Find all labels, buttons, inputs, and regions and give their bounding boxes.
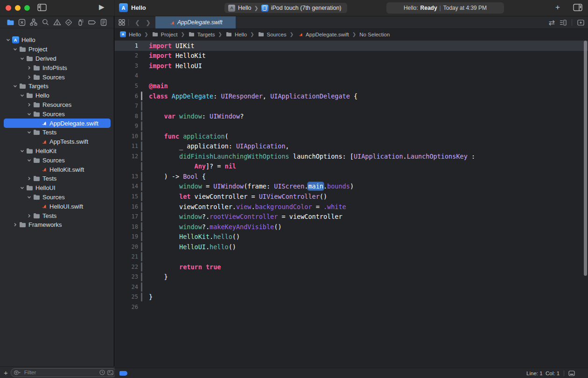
tree-item-hello[interactable]: AHello <box>0 35 114 45</box>
close-window-button[interactable] <box>6 5 11 11</box>
chevron-right-icon[interactable] <box>26 75 32 79</box>
line-number[interactable]: 19 <box>115 233 138 240</box>
line-number[interactable]: 14 <box>115 183 138 189</box>
line-number[interactable]: 9 <box>115 123 138 129</box>
line-number[interactable]: 23 <box>115 273 138 280</box>
debug-navigator-icon[interactable] <box>76 18 85 27</box>
line-number[interactable]: 18 <box>115 224 138 230</box>
code-line-6[interactable]: 6class AppDelegate: UIResponder, UIAppli… <box>115 91 588 101</box>
tree-item-tests[interactable]: Tests <box>0 128 114 137</box>
tree-item-tests[interactable]: Tests <box>0 174 114 183</box>
issues-navigator-icon[interactable] <box>52 18 62 27</box>
line-number[interactable]: 17 <box>115 213 138 220</box>
line-number[interactable]: 3 <box>115 63 138 69</box>
chevron-down-icon[interactable] <box>26 112 32 116</box>
editor-options-icon[interactable] <box>560 20 567 26</box>
scheme-destination-label[interactable]: iPod touch (7th generation) <box>271 5 342 11</box>
add-item-button[interactable]: + <box>4 369 8 377</box>
code-line-24[interactable]: 24 <box>115 282 588 292</box>
code-line-8[interactable]: 8 var window: UIWindow? <box>115 111 588 121</box>
symbols-navigator-icon[interactable] <box>29 18 38 27</box>
chevron-down-icon[interactable] <box>19 93 25 98</box>
tree-item-sources[interactable]: Sources <box>0 109 114 119</box>
breadcrumb-no-selection[interactable]: No Selection <box>359 32 390 37</box>
chevron-down-icon[interactable] <box>26 195 32 199</box>
tree-item-apptests-swift[interactable]: AppTests.swift <box>0 137 114 147</box>
line-number[interactable]: 6 <box>115 93 138 99</box>
line-number[interactable]: 1 <box>115 42 138 49</box>
code-line-21[interactable]: 21 <box>115 252 588 262</box>
run-button[interactable]: ▶ <box>99 3 105 11</box>
line-number[interactable]: 20 <box>115 244 138 250</box>
tab-appdelegate[interactable]: AppDelegate.swift <box>155 16 236 28</box>
add-editor-icon[interactable] <box>577 20 584 26</box>
code-line-7[interactable]: 7 <box>115 101 588 111</box>
source-control-navigator-icon[interactable] <box>17 18 27 27</box>
chevron-down-icon[interactable] <box>19 56 25 61</box>
chevron-right-icon[interactable] <box>12 223 18 227</box>
tree-item-helloui-swift[interactable]: HelloUI.swift <box>0 202 114 211</box>
chevron-right-icon[interactable] <box>26 214 32 218</box>
reports-navigator-icon[interactable] <box>99 18 108 27</box>
line-number[interactable]: 26 <box>115 304 138 310</box>
chevron-down-icon[interactable] <box>19 186 25 190</box>
line-number[interactable]: 25 <box>115 294 138 300</box>
chevron-right-icon[interactable] <box>26 176 32 181</box>
code-line-9[interactable]: 9 <box>115 121 588 131</box>
line-number[interactable]: 7 <box>115 103 138 109</box>
code-line-10[interactable]: 10 func application( <box>115 131 588 141</box>
chevron-right-icon[interactable] <box>26 103 32 107</box>
code-line-19[interactable]: 19 HelloKit.hello() <box>115 231 588 242</box>
chevron-right-icon[interactable] <box>26 66 32 70</box>
zoom-window-button[interactable] <box>24 5 30 11</box>
tree-item-frameworks[interactable]: Frameworks <box>0 220 114 230</box>
tree-item-tests[interactable]: Tests <box>0 211 114 220</box>
code-review-icon[interactable]: ⇄ <box>549 18 555 27</box>
highlighted-token[interactable]: main <box>308 182 323 190</box>
code-line-20[interactable]: 20 HelloUI.hello() <box>115 242 588 252</box>
toggle-inspector-icon[interactable] <box>573 3 582 12</box>
code-line-25[interactable]: 25} <box>115 292 588 302</box>
line-number[interactable]: 12 <box>115 153 138 160</box>
line-number[interactable]: 2 <box>115 52 138 59</box>
line-number[interactable]: 4 <box>115 72 138 79</box>
breadcrumb-appdelegate-swift[interactable]: AppDelegate.swift <box>297 31 349 38</box>
breakpoint-icon[interactable] <box>119 371 127 376</box>
line-number[interactable]: 10 <box>115 133 138 140</box>
chevron-down-icon[interactable] <box>5 38 11 42</box>
library-add-button[interactable]: + <box>555 3 560 12</box>
tree-item-derived[interactable]: Derived <box>0 54 114 63</box>
scheme-project-label[interactable]: Hello <box>238 5 252 11</box>
project-navigator-icon[interactable] <box>6 18 15 27</box>
line-number[interactable]: 22 <box>115 264 138 270</box>
tests-navigator-icon[interactable] <box>64 18 73 27</box>
chevron-down-icon[interactable] <box>12 84 18 88</box>
tree-item-project[interactable]: Project <box>0 45 114 54</box>
tree-item-infoplists[interactable]: InfoPlists <box>0 63 114 72</box>
code-line-5[interactable]: 5@main <box>115 81 588 91</box>
code-line-22[interactable]: 22 return true <box>115 262 588 272</box>
code-line-14[interactable]: 14 window = UIWindow(frame: UIScreen.mai… <box>115 182 588 192</box>
breadcrumb-sources[interactable]: Sources <box>258 31 287 37</box>
code-line-wrap[interactable]: Any]? = nil <box>115 161 588 172</box>
tree-item-appdelegate-swift[interactable]: AppDelegate.swift <box>0 119 114 128</box>
line-number[interactable]: 8 <box>115 113 138 119</box>
code-line-15[interactable]: 15 let viewController = UIViewController… <box>115 191 588 202</box>
tree-item-hello[interactable]: Hello <box>0 91 114 100</box>
chevron-down-icon[interactable] <box>19 149 25 153</box>
breadcrumb-project[interactable]: Project <box>152 31 178 37</box>
tree-item-resources[interactable]: Resources <box>0 100 114 110</box>
code-line-18[interactable]: 18 window?.makeKeyAndVisible() <box>115 222 588 232</box>
breadcrumb-hello[interactable]: AHello <box>119 31 141 38</box>
tree-item-hellokit-swift[interactable]: HelloKit.swift <box>0 165 114 174</box>
toggle-navigator-icon[interactable] <box>37 3 47 12</box>
code-line-23[interactable]: 23 } <box>115 272 588 282</box>
line-number[interactable]: 5 <box>115 83 138 89</box>
code-line-16[interactable]: 16 viewController.view.backgroundColor =… <box>115 202 588 212</box>
scheme-selector[interactable]: A Hello ❯ iPod touch (7th generation) <box>224 3 347 13</box>
go-back-button[interactable]: ❮ <box>132 19 143 26</box>
code-line-17[interactable]: 17 window?.rootViewController = viewCont… <box>115 211 588 222</box>
scrollbar-thumb[interactable] <box>584 41 587 276</box>
line-number[interactable]: 13 <box>115 173 138 180</box>
tree-item-targets[interactable]: Targets <box>0 82 114 91</box>
